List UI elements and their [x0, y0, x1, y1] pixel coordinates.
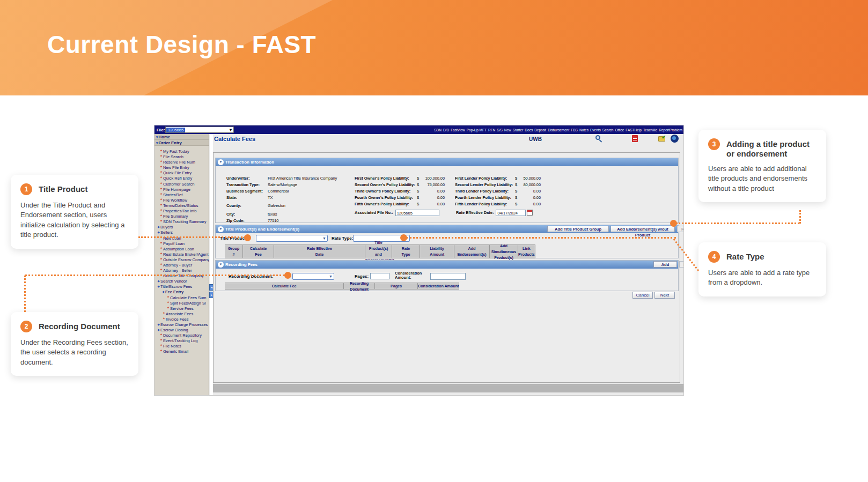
sidebar-item[interactable]: Event/Tracking Log — [155, 338, 209, 343]
sidebar-item[interactable]: File Search — [155, 154, 209, 159]
sidebar-item[interactable]: New File Entry — [155, 165, 209, 170]
menubar-item[interactable]: Disbursement — [548, 128, 569, 132]
menubar-item[interactable]: Docs — [525, 128, 533, 132]
menubar-item[interactable]: New — [504, 128, 511, 132]
menubar-item[interactable]: Notes — [579, 128, 589, 132]
add-recording-fee-button[interactable]: Add — [653, 261, 677, 268]
sidebar-item[interactable]: File Notes — [155, 343, 209, 348]
sidebar-item[interactable]: Outside Escrow Company — [155, 257, 209, 262]
sidebar-item[interactable]: Escrow Closing — [155, 327, 209, 332]
sidebar-item[interactable]: Starter/Ref. — [155, 192, 209, 197]
sidebar-item[interactable]: Generic Email — [155, 348, 209, 354]
menubar-item[interactable]: Deposit — [534, 128, 546, 132]
bullet-icon — [159, 257, 163, 262]
sidebar-item[interactable]: Service Fees — [155, 306, 209, 311]
next-button[interactable]: Next — [654, 292, 675, 299]
sidebar-item[interactable]: Quick Refi Entry — [155, 175, 209, 181]
dropdown-caret-icon: ▼ — [229, 127, 233, 133]
sidebar-item[interactable]: Quick File Entry — [155, 170, 209, 175]
pages-input[interactable] — [370, 273, 389, 279]
folder-check-icon[interactable] — [658, 136, 665, 142]
sidebar-item[interactable]: File Homepage — [155, 187, 209, 192]
recording-document-select[interactable]: ▼ — [292, 273, 334, 280]
sidebar-item[interactable]: Properties/Tax Info — [155, 208, 209, 213]
sidebar-item[interactable]: Customer Search — [155, 181, 209, 187]
bullet-icon — [159, 332, 163, 338]
add-endorsement-without-product-button[interactable]: Add Endorsement(s) w/out Product — [610, 226, 675, 232]
menubar-item[interactable]: FBS — [571, 128, 578, 132]
connector-line-1 — [138, 236, 246, 238]
sidebar-item[interactable]: File Summary — [155, 213, 209, 219]
bullet-icon — [166, 295, 170, 300]
consideration-amount-input[interactable] — [430, 273, 466, 280]
associated-file-input[interactable]: 1205665 — [395, 210, 439, 216]
sidebar-item[interactable]: Associate Fees — [155, 311, 209, 316]
callout-title: Rate Type — [726, 251, 764, 262]
menubar-item[interactable]: TeachMe — [643, 128, 657, 132]
owner-liability-row: Fifth Owner's Policy Liability:$0.00 — [355, 201, 445, 207]
remove-recording-fee-button[interactable]: Remove — [679, 261, 684, 268]
remove-title-product-button[interactable]: Remove — [677, 226, 684, 232]
menubar-item[interactable]: Office — [615, 128, 624, 132]
lender-liability-row: Third Lender Policy Liability:$0.00 — [455, 188, 541, 195]
sidebar-item[interactable]: My Fast Today — [155, 149, 209, 154]
callout-recording-document: 2 Recording Document Under the Recording… — [11, 312, 138, 376]
menubar-item[interactable]: RFN — [488, 128, 495, 132]
menubar-item[interactable]: ReportProblem — [659, 128, 682, 132]
globe-icon[interactable] — [671, 135, 679, 143]
cancel-button[interactable]: Cancel — [632, 292, 653, 299]
menubar-item[interactable]: D/D — [443, 128, 449, 132]
owner-liability-row: First Owner's Policy Liability:$100,000.… — [355, 175, 445, 182]
sidebar-item[interactable]: Calculate Fees Sum — [155, 295, 209, 300]
menubar-item[interactable]: FASTHelp — [626, 128, 642, 132]
sidebar-item[interactable]: Payoff Loan — [155, 241, 209, 246]
sidebar-item[interactable]: Search Vendor — [155, 278, 209, 284]
menubar-item[interactable]: S/S — [497, 128, 502, 132]
sidebar-item[interactable]: SDN Tracking Summary — [155, 219, 209, 224]
bullet-icon — [159, 268, 163, 273]
bullet-icon — [157, 229, 160, 235]
sidebar-item[interactable]: Escrow Charge Processes — [155, 322, 209, 327]
title-product-select[interactable]: ▼ — [256, 235, 328, 242]
callout-body: Under the Recording Fees section, the us… — [20, 338, 129, 367]
file-select[interactable]: 1205665 ▼ — [165, 127, 234, 133]
callout-body: Users are able to add a rate type from a… — [708, 268, 816, 288]
sidebar-section-header[interactable]: ▾Home — [155, 134, 209, 140]
menubar-item[interactable]: Starter — [513, 128, 524, 132]
sidebar-item[interactable]: Terms/Dates/Status — [155, 203, 209, 208]
collapse-icon[interactable]: ▼ — [218, 226, 224, 232]
connector-dot-1 — [244, 234, 251, 241]
callout-number-badge: 3 — [708, 138, 720, 150]
collapse-icon[interactable]: ▼ — [218, 159, 224, 165]
sidebar-item[interactable]: Invoice Fees — [155, 316, 209, 322]
menubar-item[interactable]: Events — [590, 128, 601, 132]
menubar-item[interactable]: Search — [602, 128, 614, 132]
bullet-icon — [159, 154, 163, 159]
sidebar-item[interactable]: Sellers — [155, 229, 209, 235]
sidebar-item[interactable]: Split Fees/Assign Sl — [155, 300, 209, 306]
sidebar-item[interactable]: Real Estate Broker/Agent — [155, 251, 209, 257]
sidebar-item[interactable]: Attorney - Buyer — [155, 262, 209, 268]
callout-rate-type: 4 Rate Type Users are able to add a rate… — [698, 242, 826, 296]
sidebar-item[interactable]: Title/Escrow Fees — [155, 284, 209, 289]
sidebar-section-header[interactable]: ▾Order Entry — [155, 140, 209, 146]
sidebar-item[interactable]: Fee Entry — [155, 289, 209, 294]
menubar-item[interactable]: FastView — [451, 128, 465, 132]
print-icon[interactable] — [632, 135, 638, 142]
callout-title: Title Product — [39, 183, 87, 194]
sidebar-item[interactable]: Buyers — [155, 224, 209, 229]
rate-effective-date-input[interactable]: 04/17/2024 — [496, 210, 526, 216]
add-title-product-group-button[interactable]: Add Title Product Group — [547, 226, 609, 232]
collapse-icon[interactable]: ▼ — [218, 262, 224, 268]
menubar-item[interactable]: SDN — [434, 128, 442, 132]
table-column-header: Calculate Fee — [225, 283, 344, 290]
search-icon[interactable] — [595, 135, 603, 143]
sidebar-item[interactable]: Attorney - Seller — [155, 268, 209, 273]
menubar-item[interactable]: Pop-Up MFT — [467, 128, 487, 132]
sidebar-item[interactable]: Reserve File Num — [155, 159, 209, 165]
sidebar-item[interactable]: File Workflow — [155, 197, 209, 203]
sidebar-item[interactable]: Assumption Loan — [155, 246, 209, 251]
sidebar-item[interactable]: Document Repository — [155, 332, 209, 338]
table-column-header: AddEndorsement(s) — [454, 244, 490, 258]
calendar-icon[interactable] — [527, 210, 533, 216]
